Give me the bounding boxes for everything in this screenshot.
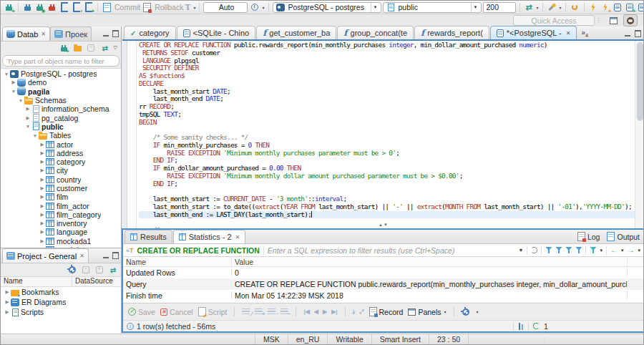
output-button[interactable]: Output: [607, 232, 640, 241]
tree-item-information-schema[interactable]: ▶information_schema: [1, 105, 121, 113]
code-line[interactable]: LANGUAGE plpgsql: [139, 57, 635, 65]
nav-new-folder-icon[interactable]: [73, 44, 82, 53]
status-item-23-50[interactable]: 23 : 50: [429, 334, 469, 344]
project-link-icon[interactable]: ⇄: [108, 266, 117, 275]
connect-icon[interactable]: [22, 2, 33, 13]
log-button[interactable]: Log: [577, 232, 600, 241]
code-line[interactable]: RAISE EXCEPTION 'Minimum monthly dollar …: [139, 172, 635, 180]
expand-arrow-icon[interactable]: ▶: [24, 115, 31, 121]
column-datasource[interactable]: DataSource: [72, 277, 113, 286]
connection-select[interactable]: PostgreSQL - postgres ▼: [273, 2, 381, 13]
undo-pointer-icon[interactable]: [570, 2, 580, 13]
cancel-button[interactable]: ✕ Cancel: [160, 308, 193, 316]
editor-tab-get-customer-ba[interactable]: fget_customer_ba: [256, 26, 336, 39]
transaction-log-icon[interactable]: [249, 2, 260, 13]
explain-plan-icon[interactable]: [637, 2, 644, 13]
nav-forward-icon[interactable]: →: [627, 246, 634, 254]
sql-editor-icon[interactable]: [59, 2, 69, 13]
open-perspective-button[interactable]: [606, 14, 620, 26]
tree-item-language[interactable]: ▶language: [1, 228, 121, 236]
column-header-name[interactable]: Name: [123, 258, 232, 266]
expand-arrow-icon[interactable]: ▶: [39, 150, 46, 156]
nav-collapse-all-icon[interactable]: −: [87, 44, 96, 53]
project-collapse-icon[interactable]: −: [81, 266, 90, 275]
status-item-msk[interactable]: MSK: [255, 334, 288, 344]
expand-arrow-icon[interactable]: ▶: [39, 177, 46, 183]
tree-item-city[interactable]: ▶city: [1, 166, 121, 175]
tree-item-pg-catalog[interactable]: ▶pg_catalog: [1, 113, 121, 122]
collapse-arrow-icon[interactable]: ▼: [10, 89, 17, 94]
project-expand-icon[interactable]: +: [94, 266, 104, 275]
tree-item-schemas[interactable]: ▼Schemas: [1, 96, 121, 105]
tree-item-public[interactable]: ▼public: [1, 122, 121, 131]
schema-select[interactable]: public ▼: [383, 2, 482, 13]
execute-statement-icon[interactable]: [588, 2, 599, 13]
schema-dropdown-icon[interactable]: ▼: [471, 3, 480, 12]
tree-item-pagila[interactable]: ▼pagila: [1, 87, 121, 96]
stat-row-finish-time[interactable]: Finish timeMon Mar 05 14:22:39 MSK 2018: [123, 290, 643, 301]
tab-database-navigator[interactable]: Datab ✕: [2, 26, 50, 41]
fetch-size-input[interactable]: 200: [483, 2, 516, 13]
filter-apply-icon[interactable]: [545, 247, 552, 253]
tree-item-address[interactable]: ▶address: [1, 149, 121, 157]
expand-arrow-icon[interactable]: ▶: [4, 309, 11, 315]
record-button[interactable]: Record: [369, 307, 404, 316]
tree-item-country[interactable]: ▶country: [1, 175, 121, 184]
pin-columns-icon[interactable]: [518, 323, 524, 330]
tree-item-category[interactable]: ▶category: [1, 157, 121, 166]
code-lines[interactable]: CREATE OR REPLACE FUNCTION public.reward…: [137, 41, 635, 228]
nav-new-connection-icon[interactable]: +: [59, 44, 69, 53]
code-line[interactable]: RAISE EXCEPTION 'Minimum monthly purchas…: [139, 150, 635, 157]
expand-arrow-icon[interactable]: ▶: [4, 289, 11, 295]
editor-tab-group-concat-te[interactable]: fgroup_concat(te: [337, 26, 414, 39]
transaction-log-dropdown[interactable]: ▾: [262, 5, 264, 10]
project-settings-gear-icon[interactable]: [67, 266, 77, 275]
filter-remove-icon[interactable]: [555, 247, 562, 253]
tree-item-tables[interactable]: ▼Tables: [1, 131, 121, 140]
dbeaver-perspective-button[interactable]: [623, 14, 638, 26]
collapse-arrow-icon[interactable]: ▼: [31, 133, 39, 138]
nav-back-dropdown-icon[interactable]: ▾: [621, 248, 624, 253]
project-item-scripts[interactable]: ▶Scripts: [1, 307, 121, 317]
expand-arrow-icon[interactable]: ▶: [39, 220, 46, 226]
code-line[interactable]: last_month_end DATE;: [139, 95, 635, 103]
expand-arrow-icon[interactable]: ▶: [39, 159, 46, 165]
editor-tab-category[interactable]: ✓category: [124, 26, 176, 39]
expand-arrow-icon[interactable]: ▶: [39, 194, 46, 200]
nav-back-icon[interactable]: ←: [610, 246, 618, 254]
new-connection-icon[interactable]: +: [4, 2, 14, 13]
tab-statistics[interactable]: Statistics - 2 ✕: [173, 230, 246, 243]
filter-expression-input[interactable]: Enter a SQL expression to filter results…: [268, 246, 515, 255]
column-header-value[interactable]: Value: [232, 258, 628, 266]
panels-button[interactable]: Panels ▾: [408, 308, 446, 316]
expand-arrow-icon[interactable]: ▶: [39, 238, 46, 244]
tab-projects[interactable]: Проек: [50, 26, 92, 41]
code-line[interactable]: tmpSQL TEXT;: [139, 111, 635, 119]
maximize-icon[interactable]: [112, 252, 119, 259]
expand-arrow-icon[interactable]: ▶: [24, 106, 31, 112]
execute-script-icon[interactable]: [613, 2, 623, 13]
commit-button[interactable]: Commit: [102, 2, 140, 13]
tree-item-actor[interactable]: ▶actor: [1, 140, 121, 148]
maximize-icon[interactable]: [112, 30, 119, 37]
close-icon[interactable]: ✕: [41, 31, 46, 37]
transaction-mode-button[interactable]: T▾: [185, 2, 195, 13]
filter-history-dropdown-icon[interactable]: ▼: [519, 248, 524, 253]
tree-item-film-actor[interactable]: ▶film_actor: [1, 201, 121, 210]
save-button[interactable]: ✓ Save: [128, 308, 155, 316]
fetch-page-icon[interactable]: ⤓: [353, 308, 356, 316]
status-item-smart-insert[interactable]: Smart Insert: [372, 334, 429, 344]
delete-row-icon[interactable]: −: [280, 308, 288, 315]
next-row-icon[interactable]: ▶: [323, 308, 327, 315]
nav-forward-dropdown-icon[interactable]: ▾: [638, 248, 640, 253]
code-line[interactable]: rr RECORD;: [139, 103, 635, 111]
project-item-er-diagrams[interactable]: ▶ER Diagrams: [1, 297, 121, 307]
sash-grip[interactable]: ▲▼: [379, 223, 389, 227]
refresh-icon[interactable]: ⇄: [524, 2, 535, 13]
execution-refresh-icon[interactable]: [533, 323, 540, 329]
code-line[interactable]: RETURNS SETOF customer: [139, 49, 635, 57]
code-line[interactable]: BEGIN: [139, 119, 635, 127]
expand-arrow-icon[interactable]: ▶: [39, 185, 46, 191]
refresh-dropdown[interactable]: ▾: [537, 5, 539, 10]
minimize-icon[interactable]: [103, 257, 109, 258]
